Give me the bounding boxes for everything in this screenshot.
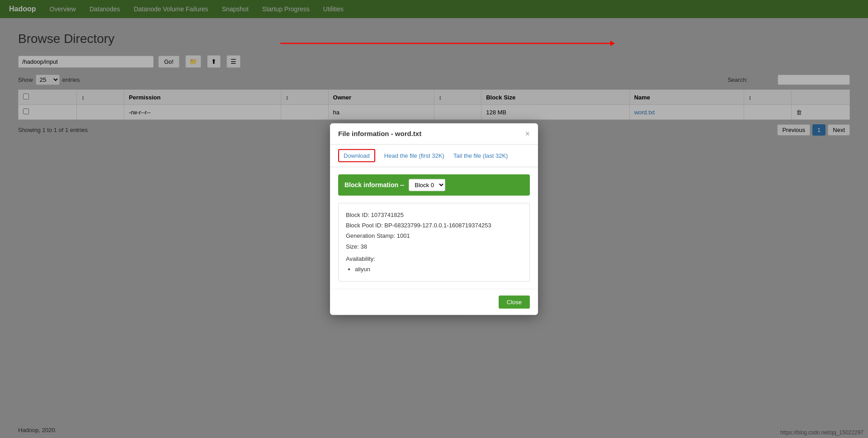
modal-close-button[interactable]: × — [525, 129, 530, 137]
block-size: Size: 38 — [346, 241, 522, 252]
block-info-label: Block information -- — [344, 181, 404, 188]
modal-body: Block information -- Block 0 Block ID: 1… — [330, 167, 538, 288]
modal-footer: Close — [330, 289, 538, 315]
block-select[interactable]: Block 0 — [409, 179, 445, 191]
block-details: Block ID: 1073741825 Block Pool ID: BP-6… — [338, 203, 530, 281]
modal-close-footer-button[interactable]: Close — [499, 296, 530, 309]
tail-file-tab[interactable]: Tail the file (last 32K) — [453, 152, 508, 159]
availability-list: aliyun — [355, 264, 522, 274]
modal-header: File information - word.txt × — [330, 123, 538, 144]
head-file-tab[interactable]: Head the file (first 32K) — [384, 152, 444, 159]
download-tab[interactable]: Download — [338, 149, 375, 162]
block-info-header: Block information -- Block 0 — [338, 174, 530, 195]
block-id: Block ID: 1073741825 — [346, 209, 522, 220]
modal-file-information: File information - word.txt × Download H… — [330, 123, 538, 315]
modal-tabs: Download Head the file (first 32K) Tail … — [330, 144, 538, 167]
generation-stamp: Generation Stamp: 1001 — [346, 231, 522, 241]
availability-item-0: aliyun — [355, 264, 522, 274]
modal-title: File information - word.txt — [338, 130, 421, 137]
availability-label: Availability: — [346, 254, 522, 264]
block-pool-id: Block Pool ID: BP-68323799-127.0.0.1-160… — [346, 220, 522, 231]
